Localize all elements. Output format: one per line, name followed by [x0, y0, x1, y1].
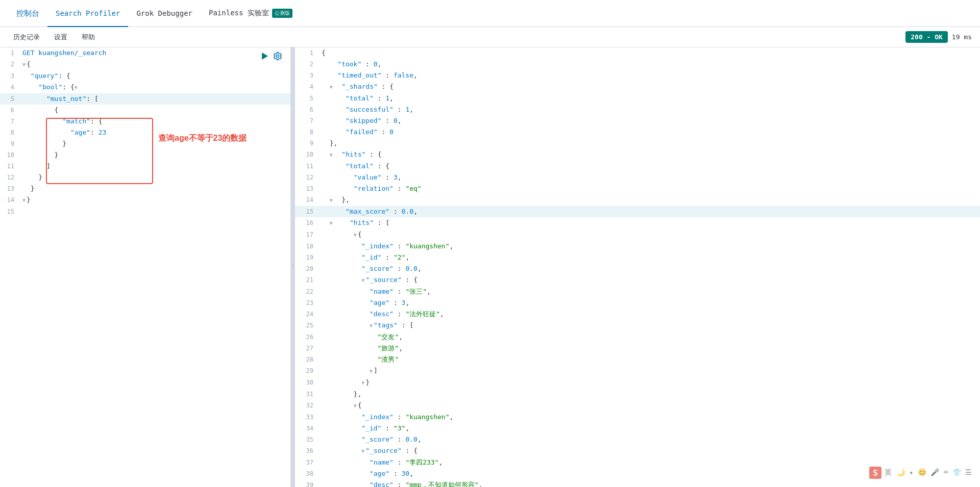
settings-icon-button[interactable] — [273, 52, 282, 61]
result-line-26: 26 "交友", — [295, 331, 980, 343]
editor-line-3: 3 "query": { — [0, 70, 290, 82]
result-line-9: 9 }, — [295, 138, 980, 149]
editor-line-6: 6 { — [0, 105, 290, 116]
editor-toolbar — [260, 52, 282, 61]
nav-help[interactable]: 帮助 — [77, 27, 100, 47]
result-line-21: 21 ▼"_source" : { — [295, 274, 980, 286]
status-area: 200 - OK 19 ms — [905, 31, 972, 43]
editor-line-15: 15 — [0, 206, 290, 217]
svg-marker-0 — [262, 53, 268, 60]
result-line-33: 33 "_index" : "kuangshen", — [295, 412, 980, 423]
result-line-18: 18 "_index" : "kuangshen", — [295, 241, 980, 252]
result-line-31: 31 }, — [295, 389, 980, 400]
nav-search-profiler-label: Search Profiler — [56, 9, 120, 17]
result-line-17: 17 ▼{ — [295, 229, 980, 241]
code-editor[interactable]: 1 GET kuangshen/_search 2 ▼{ 3 "query": … — [0, 47, 290, 487]
result-line-2: 2 "took" : 0, — [295, 59, 980, 70]
editor-line-4: 4 "bool": {▼ — [0, 82, 290, 93]
result-line-16: 16 ▼ "hits" : [ — [295, 217, 980, 229]
nav-painless-lab[interactable]: Painless 实验室 公测版 — [201, 0, 301, 27]
nav-settings-label: 设置 — [54, 33, 67, 42]
editor-line-10: 10 } — [0, 149, 290, 161]
watermark-icon-bar: 英 🌙 ✦ 😊 🎤 ⌨ 👕 ☰ — [885, 468, 972, 477]
result-line-4: 4 ▼ "_shards" : { — [295, 81, 980, 93]
result-line-23: 23 "age" : 3, — [295, 297, 980, 309]
watermark: S 英 🌙 ✦ 😊 🎤 ⌨ 👕 ☰ — [869, 467, 972, 479]
editor-line-9: 9 } — [0, 138, 290, 149]
result-line-35: 35 "_score" : 0.0, — [295, 434, 980, 445]
result-line-27: 27 "旅游", — [295, 343, 980, 354]
result-line-7: 7 "skipped" : 0, — [295, 115, 980, 126]
editor-line-12: 12 } — [0, 172, 290, 183]
status-time: 19 ms — [952, 33, 972, 41]
editor-line-5: 5 "must_not": [ — [0, 93, 290, 105]
result-line-29: 29 ▼] — [295, 365, 980, 377]
editor-line-7: 7 "match": { — [0, 116, 290, 127]
second-nav: 历史记录 设置 帮助 200 - OK 19 ms — [0, 27, 980, 47]
left-panel: 1 GET kuangshen/_search 2 ▼{ 3 "query": … — [0, 47, 291, 487]
result-line-6: 6 "successful" : 1, — [295, 104, 980, 115]
result-line-20: 20 "_score" : 0.0, — [295, 263, 980, 274]
result-line-5: 5 "total" : 1, — [295, 93, 980, 104]
result-line-14: 14 ▼ }, — [295, 194, 980, 206]
result-line-19: 19 "_id" : "2", — [295, 252, 980, 263]
beta-badge: 公测版 — [272, 9, 292, 18]
nav-console-label: 控制台 — [16, 9, 39, 18]
result-line-25: 25 ▼"tags" : [ — [295, 320, 980, 331]
nav-grok-debugger[interactable]: Grok Debugger — [128, 0, 201, 27]
editor-line-14: 14 ▼} — [0, 194, 290, 206]
nav-history[interactable]: 历史记录 — [8, 27, 45, 47]
result-line-24: 24 "desc" : "法外狂徒", — [295, 309, 980, 320]
editor-line-1: 1 GET kuangshen/_search — [0, 47, 290, 59]
editor-line-8: 8 "age": 23 — [0, 127, 290, 138]
nav-search-profiler[interactable]: Search Profiler — [47, 0, 128, 27]
result-line-34: 34 "_id" : "3", — [295, 423, 980, 434]
result-line-15: 15 "max_score" : 0.0, — [295, 206, 980, 217]
result-line-32: 32 ▼{ — [295, 400, 980, 412]
nav-grok-debugger-label: Grok Debugger — [136, 9, 192, 17]
nav-settings[interactable]: 设置 — [49, 27, 72, 47]
nav-console[interactable]: 控制台 — [8, 0, 47, 27]
right-panel[interactable]: 1 { 2 "took" : 0, 3 "timed_out" : false,… — [295, 47, 980, 487]
result-line-12: 12 "value" : 3, — [295, 172, 980, 183]
result-line-8: 8 "failed" : 0 — [295, 126, 980, 138]
result-line-1: 1 { — [295, 47, 980, 59]
result-line-13: 13 "relation" : "eq" — [295, 183, 980, 194]
result-line-22: 22 "name" : "张三", — [295, 286, 980, 297]
result-line-28: 28 "渣男" — [295, 354, 980, 365]
result-line-30: 30 ▼} — [295, 377, 980, 389]
result-line-36: 36 ▼"_source" : { — [295, 445, 980, 457]
editor-line-13: 13 } — [0, 183, 290, 194]
status-badge: 200 - OK — [905, 31, 948, 43]
watermark-s-icon: S — [869, 467, 881, 479]
editor-line-2: 2 ▼{ — [0, 59, 290, 70]
main-content: 1 GET kuangshen/_search 2 ▼{ 3 "query": … — [0, 47, 980, 487]
result-line-10: 10 ▼ "hits" : { — [295, 149, 980, 161]
nav-help-label: 帮助 — [82, 33, 95, 42]
editor-line-11: 11 ] — [0, 161, 290, 172]
panel-divider[interactable]: ⋮ — [291, 47, 295, 487]
result-line-11: 11 "total" : { — [295, 161, 980, 172]
run-button[interactable] — [260, 52, 269, 61]
result-line-39: 39 "desc" : "mmp，不知道如何形容", — [295, 479, 980, 487]
nav-painless-lab-label: Painless 实验室 — [209, 9, 269, 18]
top-nav: 控制台 Search Profiler Grok Debugger Painle… — [0, 0, 980, 27]
nav-history-label: 历史记录 — [13, 33, 40, 42]
result-line-3: 3 "timed_out" : false, — [295, 70, 980, 81]
